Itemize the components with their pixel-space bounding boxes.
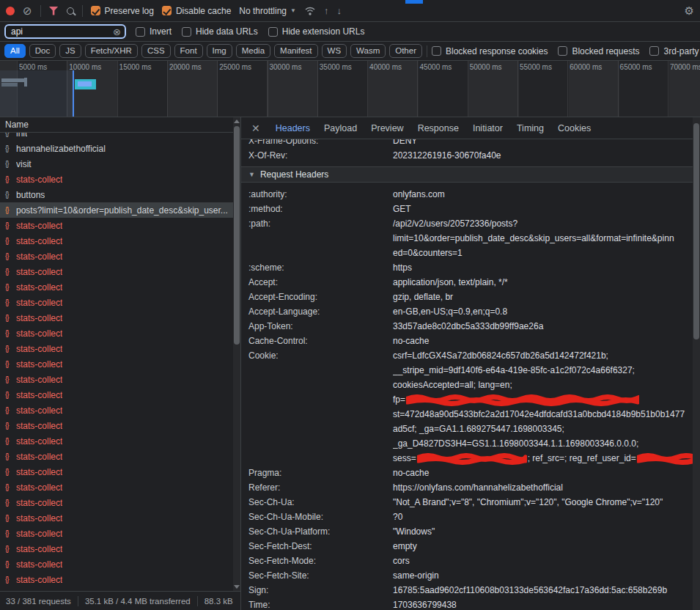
import-har-icon[interactable]: ↑: [324, 6, 329, 15]
scrollbar-thumb[interactable]: [693, 123, 699, 339]
request-row[interactable]: {}stats-collect: [0, 372, 233, 387]
tab-initiator[interactable]: Initiator: [473, 123, 503, 133]
disable-cache-checkbox[interactable]: [162, 6, 172, 15]
disable-cache-toggle[interactable]: Disable cache: [162, 6, 231, 16]
settings-gear-icon[interactable]: ⚙: [685, 5, 694, 16]
request-name: stats-collect: [16, 544, 62, 554]
tab-timing[interactable]: Timing: [517, 123, 544, 133]
network-option-blocked-response-cookies[interactable]: Blocked response cookies: [432, 46, 548, 56]
request-row[interactable]: {}stats-collect: [0, 218, 233, 233]
throttling-dropdown[interactable]: No throttling ▼: [239, 6, 296, 16]
json-braces-icon: {}: [5, 252, 16, 260]
type-filter-media[interactable]: Media: [236, 44, 270, 59]
network-option-3rd-party-requests[interactable]: 3rd-party requests: [649, 46, 700, 56]
scroll-up-arrow[interactable]: [234, 120, 240, 123]
request-row[interactable]: {}stats-collect: [0, 572, 233, 587]
checkbox[interactable]: [558, 46, 567, 56]
request-row[interactable]: {}init: [0, 133, 233, 141]
request-row[interactable]: {}stats-collect: [0, 464, 233, 479]
tab-cookies[interactable]: Cookies: [558, 123, 591, 133]
type-filter-wasm[interactable]: Wasm: [350, 44, 386, 59]
request-name: stats-collect: [16, 375, 62, 385]
header-value: GET: [393, 202, 693, 216]
request-row[interactable]: {}stats-collect: [0, 433, 233, 449]
preserve-log-toggle[interactable]: Preserve log: [91, 6, 154, 16]
request-row[interactable]: {}stats-collect: [0, 479, 233, 495]
filter-input[interactable]: api ⊗: [4, 24, 126, 39]
type-filter-css[interactable]: CSS: [141, 44, 171, 59]
checkbox[interactable]: [649, 46, 659, 56]
filter-icon[interactable]: [49, 7, 59, 15]
scroll-down-arrow[interactable]: [234, 585, 240, 589]
request-row[interactable]: {}posts?limit=10&order=publish_date_desc…: [0, 202, 233, 218]
request-row[interactable]: {}stats-collect: [0, 264, 233, 279]
name-column-header[interactable]: Name: [0, 117, 233, 133]
request-list-scrollbar[interactable]: [233, 117, 240, 591]
request-row[interactable]: {}stats-collect: [0, 541, 233, 556]
header-value: csrf=LdfcGX4Sa72db06824c657db26a5d142472…: [393, 348, 693, 466]
header-name: Sec-Fetch-Dest:: [248, 539, 393, 554]
request-row[interactable]: {}stats-collect: [0, 418, 233, 433]
checkbox[interactable]: [268, 27, 278, 37]
clear-network-log-icon[interactable]: ⊘: [23, 5, 32, 16]
request-row[interactable]: {}stats-collect: [0, 510, 233, 526]
scrollbar-thumb[interactable]: [234, 126, 240, 345]
network-conditions-icon[interactable]: [304, 6, 316, 16]
request-row[interactable]: {}stats-collect: [0, 249, 233, 264]
request-row[interactable]: {}stats-collect: [0, 356, 233, 372]
type-filter-fetch-xhr[interactable]: Fetch/XHR: [85, 44, 138, 59]
details-scrollbar[interactable]: [693, 117, 700, 610]
request-row[interactable]: {}buttons: [0, 187, 233, 202]
request-row[interactable]: {}stats-collect: [0, 403, 233, 418]
request-row[interactable]: {}stats-collect: [0, 341, 233, 356]
type-filter-manifest[interactable]: Manifest: [274, 44, 317, 59]
timeline-overview[interactable]: 5000 ms10000 ms15000 ms20000 ms25000 ms3…: [0, 61, 700, 117]
header-name: X-Of-Rev:: [248, 148, 393, 163]
request-row[interactable]: {}stats-collect: [0, 387, 233, 403]
request-row[interactable]: {}visit: [0, 156, 233, 172]
checkbox[interactable]: [432, 46, 441, 56]
request-name: stats-collect: [16, 405, 62, 416]
timeline-tick-label: 70000 ms: [670, 63, 700, 71]
filter-option-hide-data-urls[interactable]: Hide data URLs: [182, 26, 258, 37]
search-icon[interactable]: [67, 7, 74, 15]
request-row[interactable]: {}stats-collect: [0, 556, 233, 572]
type-filter-js[interactable]: JS: [59, 44, 81, 59]
checkbox[interactable]: [182, 27, 191, 37]
tab-preview[interactable]: Preview: [371, 123, 403, 133]
request-row[interactable]: {}stats-collect: [0, 326, 233, 341]
request-headers-section-header[interactable]: ▼Request Headers: [241, 166, 693, 183]
request-row[interactable]: {}stats-collect: [0, 526, 233, 541]
record-network-log-button[interactable]: [6, 7, 15, 15]
header-value: "Not_A Brand";v="8", "Chromium";v="120",…: [393, 495, 693, 510]
request-row[interactable]: {}stats-collect: [0, 233, 233, 249]
filter-option-invert[interactable]: Invert: [136, 26, 172, 37]
filter-option-hide-extension-urls[interactable]: Hide extension URLs: [268, 26, 365, 37]
type-filter-img[interactable]: Img: [207, 44, 232, 59]
type-filter-font[interactable]: Font: [174, 44, 203, 59]
header-value: same-origin: [393, 568, 693, 583]
type-filter-ws[interactable]: WS: [322, 44, 347, 59]
checkbox[interactable]: [136, 27, 145, 37]
request-row[interactable]: {}stats-collect: [0, 295, 233, 310]
filter-input-value: api: [11, 26, 113, 37]
preserve-log-checkbox[interactable]: [91, 6, 100, 15]
header-name: :scheme:: [248, 260, 393, 275]
tab-headers[interactable]: Headers: [276, 123, 310, 133]
type-filter-other[interactable]: Other: [389, 44, 422, 59]
clear-filter-icon[interactable]: ⊗: [113, 26, 121, 37]
request-row[interactable]: {}stats-collect: [0, 495, 233, 510]
request-row[interactable]: {}stats-collect: [0, 172, 233, 187]
close-details-icon[interactable]: ✕: [251, 122, 260, 134]
request-row[interactable]: {}stats-collect: [0, 310, 233, 326]
tab-response[interactable]: Response: [418, 123, 459, 133]
request-row[interactable]: {}stats-collect: [0, 449, 233, 464]
request-row[interactable]: {}hannahelizabethofficial: [0, 141, 233, 156]
json-braces-icon: {}: [5, 406, 16, 414]
request-row[interactable]: {}stats-collect: [0, 279, 233, 295]
type-filter-all[interactable]: All: [4, 44, 26, 59]
type-filter-doc[interactable]: Doc: [29, 44, 56, 59]
export-har-icon[interactable]: ↓: [336, 6, 342, 15]
network-option-blocked-requests[interactable]: Blocked requests: [558, 46, 639, 56]
tab-payload[interactable]: Payload: [324, 123, 357, 133]
